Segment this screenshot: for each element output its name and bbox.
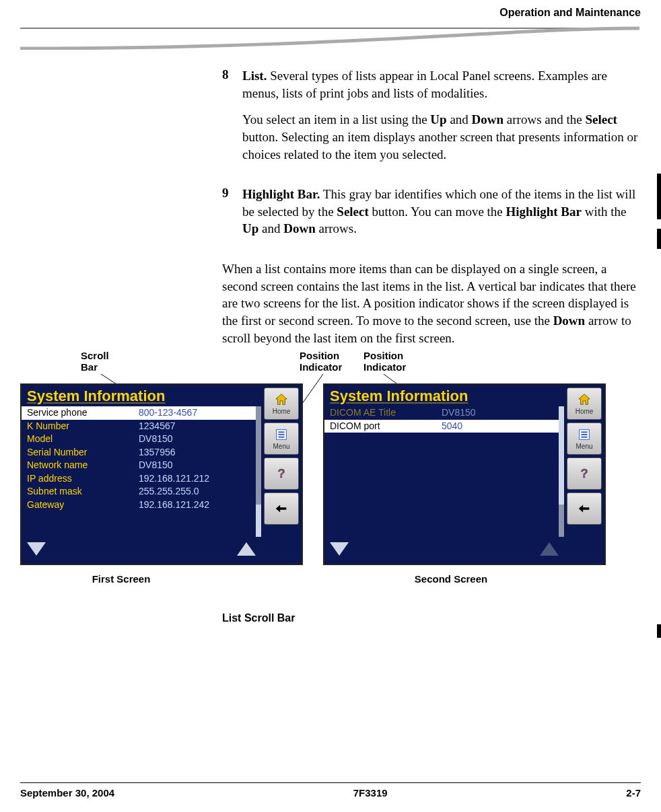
- item9-select: Select: [337, 205, 368, 219]
- change-bar: [657, 624, 661, 638]
- item-number-8: 8: [20, 67, 222, 172]
- caption-first-screen: First Screen: [20, 573, 222, 585]
- nav-up-arrow-icon[interactable]: [237, 542, 256, 556]
- home-button[interactable]: Home: [567, 387, 602, 420]
- bottom-nav: [324, 538, 564, 561]
- menu-icon: [274, 427, 289, 442]
- row-value: 192.168.121.242: [139, 499, 250, 511]
- nav-up-arrow-icon[interactable]: [540, 542, 559, 556]
- bottom-nav: [22, 538, 261, 561]
- nav-down-arrow-icon[interactable]: [27, 542, 46, 556]
- back-button[interactable]: [264, 492, 299, 525]
- row-value: DV8150: [139, 459, 250, 472]
- table-row[interactable]: ModelDV8150: [22, 433, 256, 446]
- item8-select: Select: [585, 112, 617, 126]
- svg-text:?: ?: [278, 466, 285, 480]
- table-row[interactable]: Gateway192.168.121.242: [22, 499, 256, 512]
- content-area: 8 List. Several types of lists appear in…: [20, 67, 641, 346]
- help-button[interactable]: ?: [264, 457, 299, 490]
- row-label: Service phone: [27, 407, 139, 419]
- callout-scroll-bar-l1: Scroll: [81, 350, 109, 361]
- row-value: 5040: [442, 420, 553, 433]
- scroll-bar-track[interactable]: [559, 406, 564, 537]
- scroll-bar-thumb[interactable]: [256, 406, 261, 505]
- home-label: Home: [273, 408, 291, 415]
- screen-first-rows: Service phone800-123-4567 K Number123456…: [22, 406, 256, 511]
- item9-title: Highlight Bar.: [242, 187, 320, 201]
- help-icon: ?: [577, 466, 592, 481]
- row-label: Gateway: [27, 499, 139, 511]
- table-row[interactable]: IP address192.168.121.212: [22, 472, 256, 486]
- menu-button[interactable]: Menu: [264, 422, 299, 455]
- scroll-bar-track[interactable]: [256, 406, 261, 537]
- row-label: Serial Number: [27, 447, 139, 459]
- scroll-bar-thumb[interactable]: [559, 505, 564, 538]
- callout-position-indicator-1: Position Indicator: [300, 350, 342, 373]
- callout-pi2-l1: Position: [363, 350, 406, 361]
- home-icon: [274, 392, 289, 407]
- row-value: 800-123-4567: [139, 407, 250, 419]
- row-label: IP address: [27, 473, 139, 485]
- back-arrow-icon: [274, 501, 289, 516]
- help-button[interactable]: ?: [567, 457, 602, 490]
- screen-second-rows: DICOM AE TitleDV8150 DICOM port5040: [324, 406, 559, 433]
- caption-second-screen: Second Screen: [350, 573, 552, 585]
- item9-down: Down: [283, 221, 316, 235]
- row-label: Model: [27, 433, 139, 445]
- nav-down-arrow-icon[interactable]: [330, 542, 349, 556]
- page-footer: September 30, 2004 7F3319 2-7: [20, 782, 641, 799]
- item-text-9: Highlight Bar. This gray bar identifies …: [222, 186, 641, 247]
- row-label: Subnet mask: [27, 486, 139, 498]
- footer-docnum: 7F3319: [353, 787, 388, 799]
- home-icon: [577, 392, 592, 407]
- back-arrow-icon: [577, 501, 592, 516]
- callout-pi1-l1: Position: [300, 350, 342, 361]
- callout-pi2-l2: Indicator: [363, 361, 406, 373]
- item8-up: Up: [430, 112, 446, 126]
- item9-p1c: with the: [582, 205, 627, 219]
- row-label: K Number: [27, 420, 139, 433]
- item8-p2b: and: [447, 112, 472, 126]
- menu-button[interactable]: Menu: [567, 422, 602, 455]
- item9-up: Up: [242, 221, 258, 235]
- back-button[interactable]: [567, 492, 602, 525]
- menu-icon: [577, 427, 592, 442]
- callout-scroll-bar-l2: Bar: [81, 361, 109, 373]
- row-value: 192.168.121.212: [139, 473, 250, 485]
- table-row[interactable]: Service phone800-123-4567: [22, 406, 256, 420]
- table-row[interactable]: DICOM port5040: [324, 420, 559, 433]
- callout-pi1-l2: Indicator: [300, 361, 342, 373]
- screen-first: System Information Service phone800-123-…: [20, 383, 303, 565]
- para-down: Down: [553, 313, 586, 328]
- change-bar: [657, 229, 661, 249]
- row-value: 1234567: [139, 420, 250, 433]
- side-buttons: Home Menu ?: [264, 387, 299, 525]
- row-label: Network name: [27, 459, 139, 472]
- list-item-8: 8 List. Several types of lists appear in…: [20, 67, 641, 172]
- table-row[interactable]: Network nameDV8150: [22, 459, 256, 472]
- home-label: Home: [576, 408, 594, 415]
- row-label: DICOM AE Title: [330, 407, 442, 419]
- table-row[interactable]: Subnet mask255.255.255.0: [22, 485, 256, 499]
- callout-position-indicator-2: Position Indicator: [363, 350, 406, 373]
- scroll-explanation-paragraph: When a list contains more items than can…: [222, 260, 641, 346]
- item9-p1b: button. You can move the: [369, 205, 506, 219]
- item8-p1: Several types of lists appear in Local P…: [242, 69, 607, 100]
- screen-second: System Information DICOM AE TitleDV8150 …: [323, 383, 606, 565]
- item8-p2d: button. Selecting an item displays anoth…: [242, 130, 637, 161]
- table-row[interactable]: Serial Number1357956: [22, 446, 256, 459]
- list-item-9: 9 Highlight Bar. This gray bar identifie…: [20, 186, 641, 247]
- item-number-9: 9: [20, 186, 222, 247]
- change-bar: [657, 174, 661, 219]
- table-row[interactable]: K Number1234567: [22, 420, 256, 433]
- home-button[interactable]: Home: [264, 387, 299, 420]
- row-label: DICOM port: [330, 420, 442, 433]
- row-value: DV8150: [442, 407, 553, 419]
- row-value: 255.255.255.0: [139, 486, 250, 498]
- page-header-title: Operation and Maintenance: [499, 7, 641, 19]
- table-row[interactable]: DICOM AE TitleDV8150: [324, 406, 559, 420]
- item9-p1d: and: [258, 221, 283, 235]
- screen-first-title: System Information: [22, 385, 302, 406]
- side-buttons: Home Menu ?: [567, 387, 602, 525]
- item-text-8: List. Several types of lists appear in L…: [222, 67, 641, 172]
